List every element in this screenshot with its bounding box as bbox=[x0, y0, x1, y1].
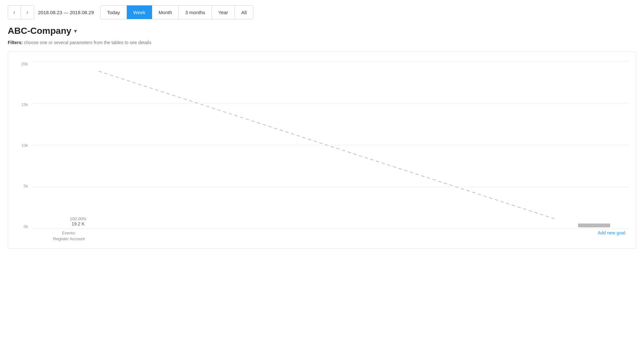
add-goal-button[interactable]: Add new goal: bbox=[598, 230, 626, 235]
y-label-0k: 0k bbox=[14, 224, 31, 229]
top-nav: ‹ › 2018.08.23 — 2018.08.29 Today Week M… bbox=[8, 5, 636, 19]
y-axis: 0k 5k 10k 15k 20k bbox=[14, 62, 31, 229]
grid-line-75 bbox=[32, 103, 630, 103]
date-range: 2018.08.23 — 2018.08.29 bbox=[38, 10, 94, 15]
period-month[interactable]: Month bbox=[152, 5, 179, 19]
grid-line-100 bbox=[32, 61, 630, 62]
y-label-5k: 5k bbox=[14, 184, 31, 188]
y-label-10k: 10k bbox=[14, 143, 31, 148]
bar-top-labels: 100.00% 19.2 K bbox=[61, 216, 95, 226]
bar-percent: 100.00% bbox=[61, 216, 95, 221]
x-label-bar: Events: Register Account bbox=[53, 230, 85, 242]
period-year[interactable]: Year bbox=[212, 5, 235, 19]
x-label-line1: Events: bbox=[53, 230, 85, 236]
period-today[interactable]: Today bbox=[100, 5, 127, 19]
nav-arrows: ‹ › bbox=[8, 5, 34, 19]
goal-bar bbox=[578, 224, 610, 227]
filters-text: choose one or several parameters from th… bbox=[24, 40, 151, 45]
company-title: ABC-Company ▾ bbox=[8, 26, 636, 36]
period-buttons: Today Week Month 3 months Year All bbox=[100, 5, 253, 19]
grid-line-50 bbox=[32, 145, 630, 145]
y-label-20k: 20k bbox=[14, 62, 31, 66]
filters-row: Filters: choose one or several parameter… bbox=[8, 40, 636, 45]
prev-button[interactable]: ‹ bbox=[8, 5, 21, 19]
company-name: ABC-Company bbox=[8, 26, 71, 36]
y-label-15k: 15k bbox=[14, 102, 31, 107]
grid-line-25 bbox=[32, 187, 630, 187]
x-label-line2: Register Account bbox=[53, 236, 85, 242]
filters-label: Filters: bbox=[8, 40, 23, 45]
grid-line-0 bbox=[32, 229, 630, 229]
chart-inner: 0k 5k 10k 15k 20k 100.00% 19.2 K bbox=[14, 62, 630, 242]
chart-area: 100.00% 19.2 K Add new goal: Events: Reg… bbox=[32, 62, 630, 229]
trend-line-svg bbox=[32, 62, 630, 229]
period-week[interactable]: Week bbox=[127, 5, 152, 19]
next-button[interactable]: › bbox=[21, 5, 34, 19]
company-dropdown-arrow[interactable]: ▾ bbox=[74, 28, 77, 34]
chart-container: 0k 5k 10k 15k 20k 100.00% 19.2 K bbox=[8, 52, 636, 249]
period-3months[interactable]: 3 months bbox=[179, 5, 212, 19]
bar-value: 19.2 K bbox=[61, 221, 95, 226]
period-all[interactable]: All bbox=[235, 5, 253, 19]
